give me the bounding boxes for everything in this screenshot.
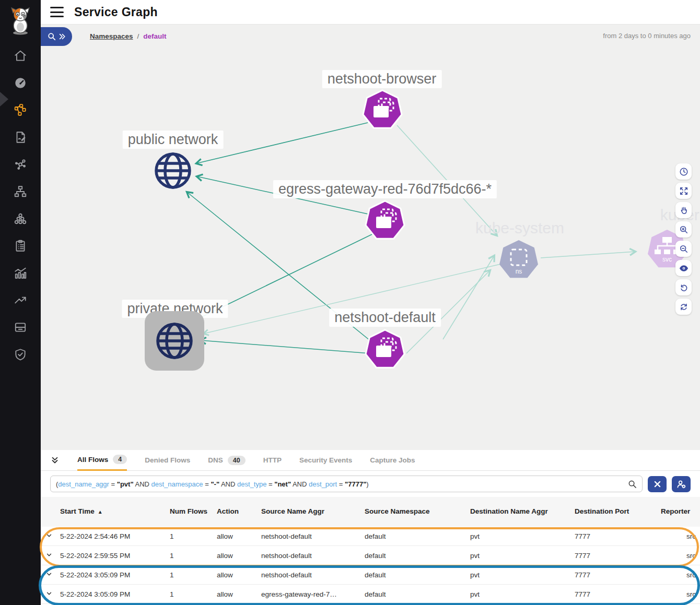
cell-dest_name_aggr: pvt — [470, 552, 575, 560]
zoom-in-button[interactable] — [675, 221, 692, 238]
policies-document-icon[interactable] — [13, 129, 28, 145]
cell-num_flows: 1 — [170, 590, 217, 598]
node-private-network[interactable] — [155, 321, 194, 363]
cell-dest_port: 7777 — [575, 552, 661, 560]
user-settings-button[interactable] — [672, 476, 691, 492]
col-source-name-aggr[interactable]: Source Name Aggr — [261, 507, 365, 516]
fit-screen-button[interactable] — [675, 183, 692, 199]
tab-label: Denied Flows — [145, 456, 190, 464]
pods-heptagon-icon — [364, 200, 406, 242]
cell-source_namespace: default — [365, 532, 470, 540]
row-expand-chevron-icon[interactable] — [46, 532, 60, 540]
search-icon[interactable] — [628, 480, 637, 489]
pods-heptagon-icon — [364, 329, 406, 371]
filter-segment: AND — [219, 480, 237, 488]
cell-num_flows: 1 — [170, 571, 217, 579]
filter-segment: "pvt" — [117, 480, 134, 488]
service-graph-canvas[interactable]: netshoot-browser public network egress-g… — [41, 48, 700, 450]
cluster-honeycomb-icon[interactable] — [13, 211, 28, 227]
row-expand-chevron-icon[interactable] — [46, 552, 60, 560]
node-label-public-network[interactable]: public network — [123, 131, 224, 149]
filter-segment: = — [109, 480, 117, 488]
col-dest-port[interactable]: Destination Port — [575, 507, 661, 516]
breadcrumb-namespaces-link[interactable]: Namespaces — [90, 32, 133, 40]
zoom-out-button[interactable] — [675, 241, 692, 257]
node-egress-gateway-red[interactable] — [364, 200, 406, 244]
cell-dest_name_aggr: pvt — [470, 571, 575, 579]
close-x-icon — [654, 481, 661, 488]
namespace-heptagon-icon: ns — [498, 239, 540, 281]
col-start-time[interactable]: Start Time▲ — [60, 507, 170, 516]
table-row[interactable]: 5-22-2024 2:59:55 PM1allownetshoot-defau… — [41, 546, 700, 565]
tab-label: DNS — [208, 456, 223, 464]
time-range-label: from 2 days to 0 minutes ago — [603, 32, 691, 40]
collapse-panel-icon[interactable] — [50, 456, 60, 465]
filter-segment: dest_type — [237, 480, 266, 488]
cell-dest_port: 7777 — [575, 590, 661, 598]
clear-filter-button[interactable] — [648, 476, 667, 492]
tab-http[interactable]: HTTP — [263, 450, 282, 471]
tab-dns[interactable]: DNS 40 — [208, 450, 245, 471]
network-sitemap-icon[interactable] — [13, 184, 28, 199]
compliance-clipboard-icon[interactable] — [13, 238, 28, 254]
visibility-eye-button[interactable] — [675, 260, 692, 276]
tab-security-events[interactable]: Security Events — [299, 450, 352, 471]
dashboard-gauge-icon[interactable] — [13, 75, 28, 91]
table-row[interactable]: 5-22-2024 3:05:09 PM1allowegress-gateway… — [41, 585, 700, 604]
pan-hand-button[interactable] — [675, 202, 692, 218]
node-label-kube-system[interactable]: kube-system — [470, 218, 569, 238]
cell-source_namespace: default — [365, 552, 470, 560]
tab-all-flows[interactable]: All Flows 4 — [77, 450, 127, 471]
tab-capture-jobs[interactable]: Capture Jobs — [370, 450, 415, 471]
cell-dest_name_aggr: pvt — [470, 590, 575, 598]
home-icon[interactable] — [13, 48, 28, 64]
row-expand-chevron-icon[interactable] — [46, 590, 60, 598]
cell-action: allow — [217, 571, 261, 579]
security-shield-icon[interactable] — [13, 347, 28, 362]
col-source-namespace[interactable]: Source Namespace — [365, 507, 470, 516]
cell-start_time: 5-22-2024 2:54:46 PM — [60, 532, 170, 540]
page-title: Service Graph — [74, 5, 158, 19]
double-chevron-right-icon — [59, 33, 66, 40]
filter-segment: = — [337, 480, 345, 488]
tab-denied-flows[interactable]: Denied Flows — [145, 450, 190, 471]
storage-box-icon[interactable] — [13, 319, 28, 335]
table-row[interactable]: 5-22-2024 2:54:46 PM1allownetshoot-defau… — [41, 527, 700, 546]
tab-label: HTTP — [263, 456, 282, 464]
service-graph-icon[interactable] — [13, 102, 28, 118]
refresh-button[interactable] — [675, 299, 692, 315]
hamburger-menu-icon[interactable] — [50, 7, 64, 17]
trend-arrow-icon[interactable] — [13, 292, 28, 308]
filter-segment: AND — [291, 480, 309, 488]
col-num-flows[interactable]: Num Flows — [170, 507, 217, 516]
col-dest-name-aggr[interactable]: Destination Name Aggr — [470, 507, 575, 516]
table-row[interactable]: 5-22-2024 3:05:09 PM1allownetshoot-defau… — [41, 565, 700, 585]
node-public-network[interactable] — [153, 151, 193, 193]
node-kube-system[interactable]: ns — [498, 239, 540, 283]
node-label-netshoot-default[interactable]: netshoot-default — [329, 309, 441, 327]
cell-action: allow — [217, 590, 261, 598]
filter-segment: = — [203, 480, 211, 488]
calico-cat-logo[interactable] — [0, 0, 41, 41]
metrics-bar-chart-icon[interactable] — [13, 265, 28, 281]
row-expand-chevron-icon[interactable] — [46, 571, 60, 579]
tab-label: Capture Jobs — [370, 456, 415, 464]
col-action[interactable]: Action — [217, 507, 261, 516]
node-label-egress-gateway[interactable]: egress-gateway-red-76d7f5dc66-* — [273, 180, 497, 198]
cell-start_time: 5-22-2024 3:05:09 PM — [60, 590, 170, 598]
time-clock-button[interactable] — [675, 163, 692, 180]
node-netshoot-browser[interactable] — [361, 89, 403, 133]
search-expand-pill[interactable] — [41, 27, 72, 46]
cell-source_name_aggr: netshoot-default — [261, 552, 365, 560]
pods-heptagon-icon — [361, 89, 403, 131]
node-label-netshoot-browser[interactable]: netshoot-browser — [322, 70, 442, 88]
filter-segment: = — [266, 480, 274, 488]
filter-input[interactable]: (dest_name_aggr = "pvt" AND dest_namespa… — [50, 476, 643, 492]
sort-asc-icon: ▲ — [98, 509, 103, 515]
undo-button[interactable] — [675, 279, 692, 295]
filter-segment: AND — [134, 480, 151, 488]
node-netshoot-default[interactable] — [364, 329, 406, 373]
graph-toolbar — [675, 163, 692, 315]
threat-molecule-icon[interactable] — [13, 157, 28, 172]
col-reporter[interactable]: Reporter — [661, 507, 700, 516]
